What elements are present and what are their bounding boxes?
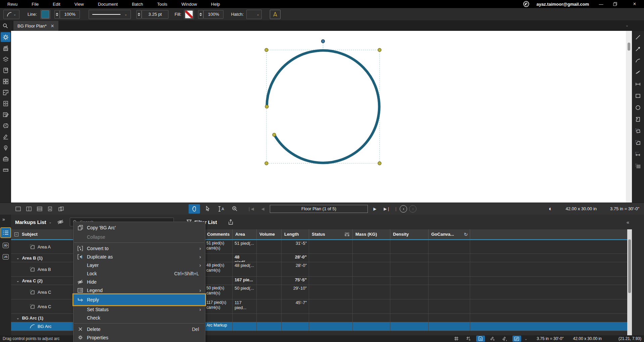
contrast-icon[interactable]: ◐ — [549, 206, 552, 212]
gocanvas-refresh-icon[interactable]: ↻ — [464, 232, 468, 237]
perimeter-measure-tool-icon[interactable] — [633, 138, 643, 147]
canvas-scrollbar-thumb[interactable] — [628, 43, 630, 51]
arrow-tool-icon[interactable] — [633, 45, 643, 53]
menu-document[interactable]: Document — [98, 2, 118, 7]
first-page-button[interactable]: ❘◀ — [246, 207, 256, 211]
detach-page-icon[interactable] — [47, 206, 53, 212]
grid-toggle-icon[interactable] — [452, 336, 461, 342]
area-measure-tool-icon[interactable] — [633, 127, 643, 135]
minimize-button[interactable]: — — [596, 2, 606, 7]
menu-item-delete[interactable]: DeleteDel — [73, 325, 205, 333]
expand-panel-icon[interactable]: » — [2, 217, 5, 222]
fill-opacity-value[interactable]: 100% — [203, 10, 224, 19]
arc-tool-icon[interactable] — [633, 56, 643, 65]
split-vertical-view-icon[interactable] — [26, 206, 32, 212]
3d-model-panel-icon[interactable] — [1, 121, 10, 130]
column-area[interactable]: Area — [232, 229, 256, 239]
select-tool-button[interactable] — [202, 204, 213, 214]
pan-tool-button[interactable] — [189, 204, 200, 214]
ellipse-tool-icon[interactable] — [633, 103, 643, 112]
menu-item-hide[interactable]: Hide — [73, 278, 205, 286]
menu-item-copy-bg-arc-[interactable]: Copy 'BG Arc' — [73, 223, 205, 233]
polygon-tool-icon[interactable] — [633, 115, 643, 124]
menu-item-convert-to[interactable]: Convert to› — [73, 244, 205, 252]
zoom-tool-button[interactable] — [229, 204, 240, 214]
menu-item-lock[interactable]: LockCtrl+Shift+L — [73, 269, 205, 278]
menu-view[interactable]: View — [75, 2, 84, 7]
spaces-panel-icon[interactable] — [1, 88, 10, 97]
page-indicator[interactable]: Floor Plan (1 of 5) — [270, 205, 368, 213]
line-style-dropdown[interactable]: ⌄ — [89, 10, 131, 19]
measure-calibrate-button[interactable] — [270, 10, 281, 19]
line-opacity-stepper[interactable] — [54, 10, 60, 19]
menu-window[interactable]: Window — [182, 2, 197, 7]
rotation-handle[interactable] — [321, 40, 325, 43]
arc-tool-dropdown[interactable]: ⌄ — [3, 10, 19, 19]
restore-button[interactable] — [613, 2, 623, 6]
tab-list-chevron-icon[interactable]: ⌄ — [626, 23, 629, 27]
export-summary-icon[interactable] — [228, 219, 233, 225]
column-density[interactable]: Density — [390, 229, 428, 239]
tab-bg-floor-plan[interactable]: BG Floor Plan* ✕ — [13, 21, 58, 31]
table-scrollbar-thumb[interactable] — [628, 239, 631, 293]
line-width-stepper[interactable] — [136, 10, 142, 19]
snap-to-content-toggle-icon[interactable]: 5 — [476, 336, 485, 342]
file-access-panel-icon[interactable] — [1, 99, 10, 108]
markups-list-chevron-icon[interactable]: ⌄ — [49, 220, 52, 224]
line-width-value[interactable]: 3.25 pt — [142, 10, 168, 19]
handle-arc-start[interactable] — [265, 105, 268, 108]
column-volume[interactable]: Volume — [256, 229, 281, 239]
column-mass[interactable]: Mass (KG) — [352, 229, 390, 239]
hatch-dropdown[interactable]: ⌄ — [246, 10, 262, 19]
column-gocanvas[interactable]: GoCanva... ↻ — [428, 229, 470, 239]
menu-item-duplicate-as[interactable]: Duplicate as› — [73, 252, 205, 261]
next-view-button[interactable]: › — [409, 205, 416, 213]
markups-list-panel-icon[interactable] — [1, 228, 10, 237]
menu-item-check[interactable]: Check — [73, 314, 205, 322]
menu-tools[interactable]: Tools — [157, 2, 167, 7]
properties-panel-icon[interactable] — [1, 32, 10, 42]
reuse-markup-toggle-icon[interactable] — [512, 336, 521, 342]
single-page-view-icon[interactable] — [15, 206, 21, 212]
menu-file[interactable]: File — [32, 2, 39, 7]
column-length[interactable]: Length — [281, 229, 309, 239]
column-status[interactable]: Status — [309, 229, 352, 239]
line-tool-icon[interactable] — [633, 33, 643, 42]
bg-arc-markup[interactable] — [267, 51, 379, 163]
thumbnails-panel-icon[interactable] — [1, 43, 10, 53]
menu-batch[interactable]: Batch — [132, 2, 143, 7]
menu-revu[interactable]: Revu — [7, 2, 17, 7]
measurements-panel-icon[interactable] — [1, 165, 10, 175]
tab-close-icon[interactable]: ✕ — [51, 23, 54, 28]
line-opacity-value[interactable]: 100% — [60, 10, 80, 19]
menu-help[interactable]: Help — [211, 2, 220, 7]
snap-to-hatch-toggle-icon[interactable] — [500, 336, 509, 342]
group-collapse-chevron-icon[interactable]: ⌄ — [16, 279, 19, 283]
handle-top-right[interactable] — [378, 48, 381, 52]
menu-item-legend[interactable]: Legend› — [73, 286, 205, 294]
bookmarks-panel-icon[interactable] — [1, 65, 10, 75]
drawing-canvas[interactable] — [11, 31, 626, 203]
places-panel-icon[interactable] — [1, 143, 10, 153]
next-page-button[interactable]: ▶ — [370, 207, 380, 211]
fill-opacity-stepper[interactable] — [198, 10, 203, 19]
search-panel-button[interactable] — [0, 21, 11, 31]
tool-chest-panel-icon[interactable] — [1, 154, 10, 164]
collapse-panel-icon[interactable]: « — [627, 219, 629, 225]
group-collapse-chevron-icon[interactable]: ⌄ — [16, 316, 19, 320]
javascript-panel-icon[interactable]: JS — [1, 252, 10, 262]
document-scale[interactable]: 3.75 in = 30'-0" — [610, 206, 639, 211]
layers-panel-icon[interactable] — [1, 54, 10, 64]
last-page-button[interactable]: ▶❘ — [382, 207, 392, 211]
table-vertical-scrollbar[interactable] — [627, 229, 632, 335]
menu-edit[interactable]: Edit — [53, 2, 60, 7]
close-button[interactable]: × — [630, 1, 639, 7]
select-text-tool-button[interactable]: A — [215, 204, 227, 214]
menu-item-set-status[interactable]: Set Status› — [73, 305, 205, 314]
menu-item-properties[interactable]: Properties — [73, 333, 205, 342]
handle-arc-end[interactable] — [273, 133, 276, 136]
rectangle-tool-icon[interactable] — [633, 92, 643, 100]
statusbar-scale[interactable]: 3.75 in = 30'-0" — [537, 336, 563, 341]
snap-to-grid-toggle-icon[interactable]: 5 — [464, 336, 473, 342]
menu-item-reply[interactable]: Reply — [73, 294, 205, 305]
